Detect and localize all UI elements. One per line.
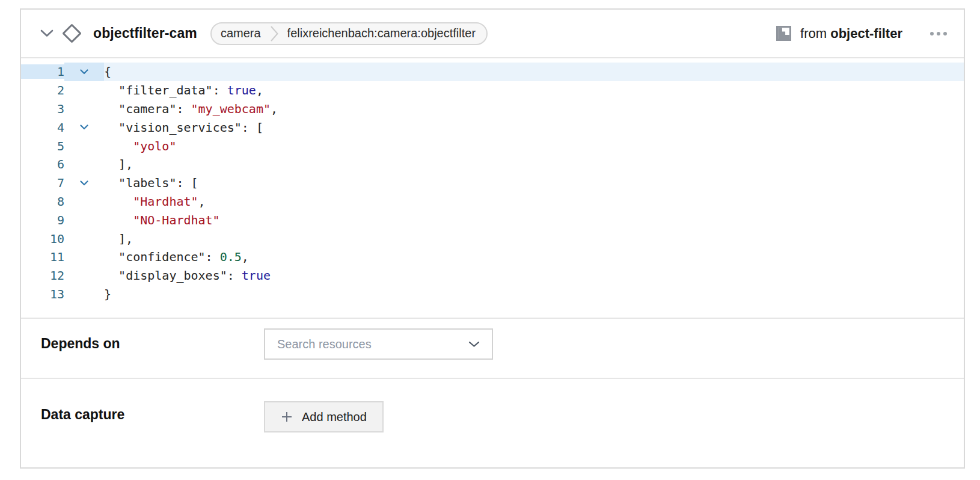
from-module-text: from object-filter	[800, 26, 902, 42]
fold-gutter-spacer	[64, 155, 104, 174]
code-line-text[interactable]: ],	[104, 229, 964, 248]
data-capture-section: Data capture Add method	[21, 378, 964, 467]
line-number: 1	[21, 64, 64, 79]
from-label: from	[800, 26, 827, 41]
depends-on-section: Depends on Search resources	[21, 318, 964, 378]
line-number: 10	[21, 232, 64, 246]
code-line-text[interactable]: "filter_data": true,	[104, 81, 964, 100]
fold-gutter-spacer	[64, 137, 104, 155]
fold-gutter-spacer	[64, 248, 104, 266]
fold-chevron-icon	[80, 125, 88, 130]
from-module-name: object-filter	[830, 26, 902, 41]
code-line[interactable]: 8 "Hardhat",	[21, 192, 964, 211]
fold-gutter-spacer	[64, 266, 104, 285]
fold-toggle[interactable]	[64, 63, 104, 81]
line-number: 6	[21, 157, 64, 171]
fold-toggle[interactable]	[64, 174, 104, 192]
code-line-text[interactable]: ],	[104, 155, 964, 174]
diamond-icon	[62, 23, 82, 43]
fold-gutter-spacer	[64, 211, 104, 229]
code-line-text[interactable]: "labels": [	[104, 174, 964, 192]
chevron-down-icon	[468, 341, 480, 348]
code-line[interactable]: 4 "vision_services": [	[21, 118, 964, 137]
add-method-button[interactable]: Add method	[264, 401, 384, 432]
code-line[interactable]: 13}	[21, 285, 964, 304]
line-number: 12	[21, 268, 64, 283]
search-resources-select[interactable]: Search resources	[264, 328, 493, 360]
line-number: 13	[21, 287, 64, 301]
fold-gutter-spacer	[64, 100, 104, 118]
dot-icon	[943, 32, 947, 35]
component-card-header: objectfilter-cam camera felixreichenbach…	[21, 10, 964, 57]
search-resources-placeholder: Search resources	[277, 337, 372, 351]
plus-icon	[281, 411, 293, 423]
code-line-text[interactable]: "confidence": 0.5,	[104, 248, 964, 266]
code-line[interactable]: 3 "camera": "my_webcam",	[21, 100, 964, 118]
code-line[interactable]: 5 "yolo"	[21, 137, 964, 155]
code-line[interactable]: 1{	[21, 63, 964, 81]
line-number: 2	[21, 83, 64, 97]
fold-chevron-icon	[80, 69, 88, 75]
component-name: objectfilter-cam	[93, 25, 197, 42]
fold-gutter-spacer	[64, 285, 104, 304]
code-line-text[interactable]: "yolo"	[104, 137, 964, 155]
code-line-text[interactable]: "display_boxes": true	[104, 266, 964, 285]
fold-gutter-spacer	[64, 192, 104, 211]
chevron-down-icon	[40, 29, 54, 37]
add-method-button-label: Add method	[302, 410, 367, 424]
depends-on-label: Depends on	[41, 328, 264, 352]
dot-icon	[930, 32, 934, 35]
code-line-text[interactable]: {	[104, 63, 964, 81]
fold-toggle[interactable]	[64, 118, 104, 137]
component-icon	[60, 22, 84, 46]
data-capture-label: Data capture	[41, 401, 264, 423]
collapse-card-button[interactable]	[38, 25, 56, 43]
code-line[interactable]: 11 "confidence": 0.5,	[21, 248, 964, 266]
line-number: 4	[21, 120, 64, 135]
component-model: felixreichenbach:camera:objectfilter	[279, 26, 487, 40]
line-number: 3	[21, 102, 64, 116]
fold-chevron-icon	[80, 180, 88, 186]
component-card: objectfilter-cam camera felixreichenbach…	[20, 8, 965, 469]
code-line[interactable]: 2 "filter_data": true,	[21, 81, 964, 100]
code-line[interactable]: 7 "labels": [	[21, 174, 964, 192]
more-options-button[interactable]	[929, 28, 948, 39]
chip-divider-chevron-icon	[270, 22, 279, 45]
code-line[interactable]: 6 ],	[21, 155, 964, 174]
module-icon	[776, 26, 791, 41]
component-type: camera	[212, 26, 270, 40]
line-number: 9	[21, 213, 64, 227]
fold-gutter-spacer	[64, 81, 104, 100]
line-number: 11	[21, 250, 64, 264]
fold-gutter-spacer	[64, 229, 104, 248]
dot-icon	[937, 32, 940, 35]
line-number: 7	[21, 176, 64, 190]
line-number: 5	[21, 139, 64, 153]
component-type-chip: camera felixreichenbach:camera:objectfil…	[210, 22, 488, 45]
code-line-text[interactable]: "vision_services": [	[104, 118, 964, 137]
code-line[interactable]: 12 "display_boxes": true	[21, 266, 964, 285]
code-line-text[interactable]: }	[104, 285, 964, 304]
code-line-text[interactable]: "Hardhat",	[104, 192, 964, 211]
code-line[interactable]: 10 ],	[21, 229, 964, 248]
code-line[interactable]: 9 "NO-Hardhat"	[21, 211, 964, 229]
code-editor[interactable]: 1{2 "filter_data": true,3 "camera": "my_…	[21, 57, 964, 318]
line-number: 8	[21, 194, 64, 209]
code-line-text[interactable]: "NO-Hardhat"	[104, 211, 964, 229]
header-right-group: from object-filter	[776, 26, 948, 42]
code-line-text[interactable]: "camera": "my_webcam",	[104, 100, 964, 118]
